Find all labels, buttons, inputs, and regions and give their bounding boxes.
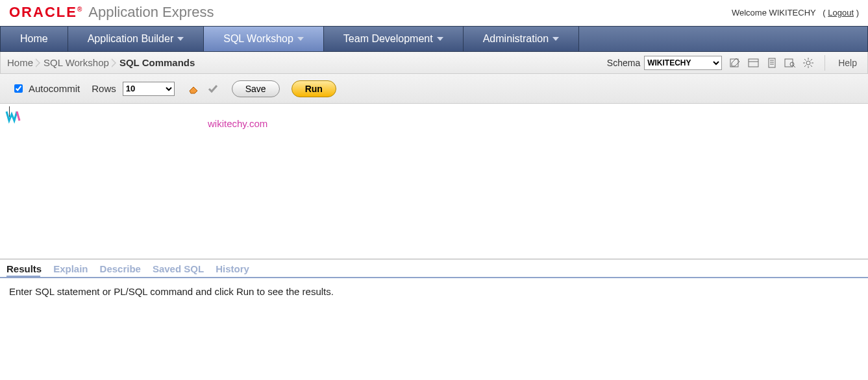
svg-line-9 [793, 65, 795, 67]
rows-select[interactable]: 10 [123, 82, 175, 96]
welcome-user: WIKITECHY [769, 8, 815, 18]
chevron-right-icon [36, 58, 41, 67]
svg-rect-3 [769, 58, 775, 67]
breadcrumb-item[interactable]: Home [7, 57, 33, 68]
nav-tab-label: Team Development [343, 33, 433, 45]
chevron-right-icon [112, 58, 117, 67]
rows-wrap: Rows 10 [92, 82, 175, 96]
logout-link[interactable]: Logout [828, 8, 854, 18]
help-link[interactable]: Help [834, 58, 861, 68]
registered-mark: ® [77, 6, 82, 13]
active-tab-indicator [6, 276, 40, 278]
svg-line-18 [804, 65, 806, 67]
welcome-prefix: Welcome [732, 8, 769, 18]
save-button[interactable]: Save [232, 80, 280, 97]
brand-left: ORACLE® Application Express [9, 4, 214, 21]
chevron-down-icon [437, 37, 443, 41]
nav-tab-admin[interactable]: Administration [464, 27, 579, 51]
breadcrumb-item-current: SQL Commands [119, 57, 195, 68]
find-icon[interactable] [783, 56, 797, 69]
schema-select[interactable]: WIKITECHY [644, 56, 722, 70]
app-title: Application Express [88, 4, 214, 21]
run-button[interactable]: Run [291, 80, 336, 97]
nav-tab-label: Home [20, 33, 48, 45]
sql-toolbar: Autocommit Rows 10 Save Run [0, 74, 868, 104]
oracle-logo: ORACLE® [9, 4, 82, 21]
tab-explain[interactable]: Explain [53, 263, 88, 274]
oracle-logo-text: ORACLE [9, 4, 77, 20]
chevron-down-icon [177, 37, 184, 41]
results-message: Enter SQL statement or PL/SQL command an… [9, 286, 334, 297]
autocommit-label: Autocommit [29, 83, 80, 94]
svg-point-10 [806, 61, 810, 65]
results-tabs: Results Explain Describe Saved SQL Histo… [0, 259, 868, 278]
logout-close: ) [854, 8, 859, 18]
divider [825, 55, 825, 71]
svg-rect-7 [785, 59, 793, 67]
tab-saved-sql[interactable]: Saved SQL [153, 263, 204, 274]
autocommit-checkbox[interactable] [14, 84, 23, 93]
nav-tab-app-builder[interactable]: Application Builder [68, 27, 205, 51]
svg-line-17 [811, 59, 813, 61]
brand-right: Welcome WIKITECHY ( Logout ) [732, 8, 859, 18]
brand-bar: ORACLE® Application Express Welcome WIKI… [0, 0, 868, 26]
edit-page-icon[interactable] [728, 56, 743, 69]
nav-tab-sql-workshop[interactable]: SQL Workshop [204, 27, 324, 51]
breadcrumb-item[interactable]: SQL Workshop [43, 57, 109, 68]
chevron-down-icon [297, 37, 304, 41]
tab-results[interactable]: Results [6, 263, 42, 274]
tab-history[interactable]: History [216, 263, 249, 274]
chevron-down-icon [552, 37, 559, 41]
window-icon[interactable] [747, 56, 761, 69]
document-icon[interactable] [765, 56, 779, 69]
svg-line-16 [811, 65, 813, 67]
wikitechy-logo-icon [4, 108, 22, 126]
autocommit-wrap[interactable]: Autocommit [12, 82, 80, 95]
nav-tab-home[interactable]: Home [1, 27, 68, 51]
gear-icon[interactable] [801, 56, 815, 69]
tab-describe[interactable]: Describe [100, 263, 141, 274]
rows-label: Rows [92, 83, 116, 94]
breadcrumb-bar: Home SQL Workshop SQL Commands Schema WI… [0, 52, 868, 74]
schema-label: Schema [607, 58, 640, 68]
breadcrumb: Home SQL Workshop SQL Commands [7, 57, 195, 68]
breadcrumb-right: Schema WIKITECHY Help [607, 55, 861, 71]
main-nav: Home Application Builder SQL Workshop Te… [0, 26, 868, 52]
nav-tab-label: Administration [483, 33, 549, 45]
utility-iconbar [728, 56, 815, 69]
svg-rect-1 [749, 59, 758, 67]
nav-tab-label: SQL Workshop [223, 33, 293, 45]
schema-selector: Schema WIKITECHY [607, 56, 722, 70]
clear-icon[interactable] [186, 82, 201, 95]
format-check-icon[interactable] [206, 82, 220, 95]
watermark-text: wikitechy.com [208, 118, 267, 129]
svg-line-15 [804, 59, 806, 61]
mini-icons [186, 82, 220, 95]
results-body: Enter SQL statement or PL/SQL command an… [0, 278, 868, 305]
sql-editor[interactable]: wikitechy.com [0, 104, 868, 259]
nav-tab-label: Application Builder [88, 33, 174, 45]
nav-tab-team-dev[interactable]: Team Development [324, 27, 464, 51]
